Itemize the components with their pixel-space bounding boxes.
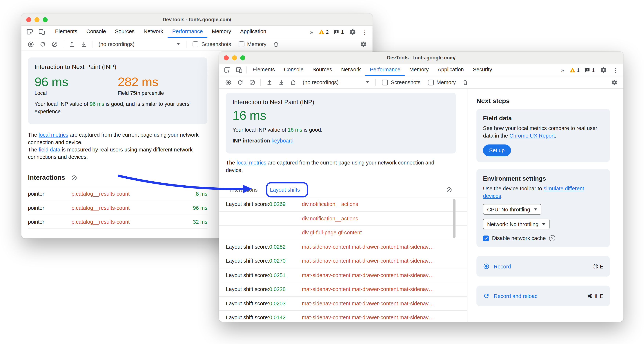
home-icon[interactable] — [287, 77, 299, 88]
kebab-menu-icon[interactable]: ⋮ — [359, 28, 370, 35]
garbage-collect-icon[interactable] — [459, 77, 471, 88]
kebab-menu-icon[interactable]: ⋮ — [610, 66, 621, 73]
table-row[interactable]: pointer p.catalog__results-count 96 ms — [28, 201, 208, 215]
table-row[interactable]: Layout shift score: 0.0228 mat-sidenav-c… — [219, 282, 467, 297]
clear-icon[interactable] — [48, 39, 60, 49]
local-metrics-link[interactable]: local metrics — [236, 160, 266, 166]
table-row[interactable]: pointer p.catalog__results-count 8 ms — [28, 187, 208, 201]
inspect-icon[interactable] — [24, 26, 36, 38]
checkbox-unchecked[interactable] — [193, 41, 198, 47]
record-card[interactable]: Record ⌘ E — [476, 256, 610, 277]
tab-sources[interactable]: Sources — [308, 64, 336, 76]
upload-profile-icon[interactable] — [263, 77, 275, 88]
tab-performance[interactable]: Performance — [168, 26, 208, 38]
shift-node-link[interactable]: div.gf-full-page.gf-content — [302, 230, 362, 236]
upload-profile-icon[interactable] — [66, 39, 78, 49]
minimize-window-button[interactable] — [232, 55, 237, 60]
issues-badge[interactable]: 1 — [582, 67, 597, 73]
tab-performance[interactable]: Performance — [365, 64, 405, 76]
garbage-collect-icon[interactable] — [270, 39, 282, 49]
close-window-button[interactable] — [224, 55, 229, 60]
tab-application[interactable]: Application — [236, 26, 271, 38]
memory-checkbox[interactable]: Memory — [424, 79, 459, 85]
titlebar-front[interactable]: DevTools - fonts.google.com/ — [219, 52, 624, 64]
scrollbar-thumb[interactable] — [453, 199, 455, 238]
screenshots-checkbox[interactable]: Screenshots — [378, 79, 424, 85]
inspect-icon[interactable] — [221, 64, 233, 76]
tab-console[interactable]: Console — [279, 64, 308, 76]
checkbox-unchecked[interactable] — [382, 79, 388, 85]
disable-cache-checkbox[interactable] — [483, 235, 489, 241]
tab-network[interactable]: Network — [139, 26, 168, 38]
shift-node-link[interactable]: mat-sidenav-content.mat-drawer-content.m… — [302, 272, 434, 278]
table-row[interactable]: Layout shift score: 0.0251 mat-sidenav-c… — [219, 268, 467, 282]
clear-log-icon[interactable] — [446, 186, 452, 193]
minimize-window-button[interactable] — [34, 17, 40, 22]
table-row[interactable]: Layout shift score: 0.0203 mat-sidenav-c… — [219, 297, 467, 311]
settings-gear-icon[interactable] — [598, 66, 610, 73]
tab-elements[interactable]: Elements — [50, 26, 82, 38]
tab-sources[interactable]: Sources — [110, 26, 139, 38]
more-tabs-icon[interactable]: » — [308, 29, 316, 35]
settings-gear-icon[interactable] — [347, 28, 358, 35]
record-icon[interactable] — [222, 77, 234, 88]
table-row[interactable]: Layout shift score: 0.0142 mat-sidenav-c… — [219, 311, 467, 322]
tab-application[interactable]: Application — [433, 64, 468, 76]
zoom-window-button[interactable] — [43, 17, 48, 22]
field-data-link[interactable]: field data — [38, 146, 60, 153]
record-and-reload-card[interactable]: Record and reload ⌘ ⇧ E — [476, 286, 610, 306]
subtab-layout-shifts[interactable]: Layout shifts — [270, 186, 300, 193]
checkbox-unchecked[interactable] — [428, 79, 434, 85]
shift-node-link[interactable]: div.notification__actions — [302, 201, 358, 207]
memory-checkbox[interactable]: Memory — [235, 41, 270, 47]
inp-interaction-link[interactable]: keyboard — [272, 138, 294, 144]
device-toolbar-icon[interactable] — [36, 26, 48, 38]
download-profile-icon[interactable] — [78, 39, 90, 49]
issues-badge[interactable]: 1 — [332, 29, 346, 35]
interaction-node-link[interactable]: p.catalog__results-count — [72, 219, 130, 225]
interaction-node-link[interactable]: p.catalog__results-count — [72, 191, 130, 197]
tab-security[interactable]: Security — [468, 64, 497, 76]
warnings-badge[interactable]: 1 — [568, 67, 582, 73]
network-throttling-select[interactable]: Network: No throttling — [483, 219, 550, 229]
local-metrics-link[interactable]: local metrics — [38, 132, 68, 138]
shift-node-link[interactable]: mat-sidenav-content.mat-drawer-content.m… — [302, 244, 434, 250]
checkbox-unchecked[interactable] — [238, 41, 244, 47]
clear-icon[interactable] — [246, 77, 258, 88]
toolbar-settings-gear-icon[interactable] — [357, 39, 369, 49]
tab-memory[interactable]: Memory — [208, 26, 236, 38]
tab-console[interactable]: Console — [82, 26, 110, 38]
titlebar-back[interactable]: DevTools - fonts.google.com/ — [21, 13, 372, 26]
cpu-throttling-select[interactable]: CPU: No throttling — [483, 204, 541, 215]
record-label[interactable]: Record — [494, 263, 511, 270]
tab-memory[interactable]: Memory — [405, 64, 433, 76]
download-profile-icon[interactable] — [275, 77, 287, 88]
recordings-select[interactable]: (no recordings) — [95, 41, 184, 47]
reload-icon[interactable] — [36, 39, 48, 49]
interaction-node-link[interactable]: p.catalog__results-count — [72, 205, 130, 211]
table-row[interactable]: Layout shift score: 0.0269 div.notificat… — [219, 197, 467, 211]
subtab-interactions[interactable]: Interactions — [230, 186, 258, 193]
screenshots-checkbox[interactable]: Screenshots — [189, 41, 235, 47]
table-row[interactable]: pointer p.catalog__results-count 32 ms — [28, 215, 208, 229]
record-and-reload-label[interactable]: Record and reload — [494, 293, 538, 299]
reload-icon[interactable] — [234, 77, 246, 88]
table-row[interactable]: div.gf-full-page.gf-content — [219, 226, 467, 240]
zoom-window-button[interactable] — [240, 55, 245, 60]
shift-node-link[interactable]: div.notification__actions — [302, 215, 358, 222]
table-row[interactable]: Layout shift score: 0.0270 mat-sidenav-c… — [219, 254, 467, 268]
set-up-button[interactable]: Set up — [483, 144, 511, 156]
shift-node-link[interactable]: mat-sidenav-content.mat-drawer-content.m… — [302, 286, 434, 292]
recordings-select[interactable]: (no recordings) — [299, 79, 373, 85]
record-icon[interactable] — [24, 39, 36, 49]
shift-node-link[interactable]: mat-sidenav-content.mat-drawer-content.m… — [302, 300, 434, 307]
more-tabs-icon[interactable]: » — [558, 67, 566, 73]
close-window-button[interactable] — [26, 17, 31, 22]
table-row[interactable]: div.notification__actions — [219, 212, 467, 226]
shift-node-link[interactable]: mat-sidenav-content.mat-drawer-content.m… — [302, 315, 434, 321]
toolbar-settings-gear-icon[interactable] — [608, 77, 620, 88]
chrome-ux-report-link[interactable]: Chrome UX Report — [510, 133, 555, 139]
clear-interactions-icon[interactable] — [71, 175, 77, 181]
table-row[interactable]: Layout shift score: 0.0282 mat-sidenav-c… — [219, 240, 467, 254]
device-toolbar-icon[interactable] — [233, 64, 245, 76]
